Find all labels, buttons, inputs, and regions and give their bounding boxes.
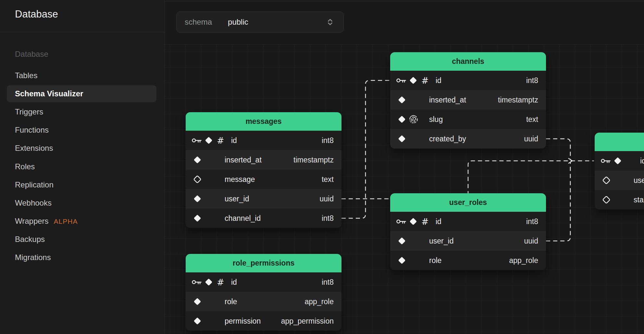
table-title: channels [452, 57, 484, 66]
diamond-icon [397, 256, 406, 265]
sidebar-item-extensions[interactable]: Extensions [15, 144, 53, 153]
table-row-id: #idint8 [186, 272, 341, 292]
table-row-sta: sta [595, 190, 644, 209]
table-header[interactable]: messages [186, 112, 341, 131]
table-node-role_permissions[interactable]: role_permissions#idint8roleapp_rolepermi… [186, 254, 341, 331]
sidebar-item-label: Triggers [15, 107, 43, 116]
column-name: id [436, 217, 441, 226]
table-row-id: #idint8 [390, 71, 546, 90]
table-header[interactable]: user_roles [390, 193, 546, 212]
sidebar-item-label: Replication [15, 180, 54, 189]
sidebar-item-triggers[interactable]: Triggers [15, 107, 43, 116]
column-type: int8 [322, 278, 334, 287]
column-type: text [322, 175, 334, 184]
table-row-id: id [595, 151, 644, 171]
primary-key-icon [396, 78, 406, 83]
table-node-messages[interactable]: messages#idint8inserted_attimestamptzmes… [186, 112, 341, 228]
sidebar-item-migrations[interactable]: Migrations [15, 253, 51, 262]
column-type: app_role [304, 297, 334, 306]
primary-key-icon [601, 158, 611, 164]
table-row-permission: permissionapp_permission [186, 311, 341, 331]
table-node-users-partial[interactable]: idusesta [595, 133, 644, 209]
primary-key-icon [396, 219, 406, 224]
identity-hash-icon: # [217, 136, 224, 146]
schema-select[interactable]: schema public [176, 11, 344, 33]
column-type: int8 [322, 136, 334, 145]
column-type: uuid [524, 237, 538, 245]
table-header[interactable]: role_permissions [186, 254, 341, 272]
sidebar-item-label: Schema Visualizer [15, 89, 83, 98]
column-name: inserted_at [429, 96, 466, 104]
diamond-icon [397, 236, 406, 245]
table-row-channel_id: channel_idint8 [186, 209, 341, 228]
sidebar-item-webhooks[interactable]: Webhooks [15, 198, 52, 208]
nullable-diamond-icon [193, 175, 202, 184]
sidebar-item-roles[interactable]: Roles [15, 162, 35, 171]
column-type: timestamptz [293, 156, 334, 164]
column-type: uuid [320, 195, 334, 203]
sidebar-item-tables[interactable]: Tables [15, 71, 37, 80]
sidebar-item-label: Extensions [15, 144, 53, 152]
nullable-diamond-icon [602, 195, 611, 204]
diamond-icon [193, 316, 202, 326]
table-row-use: use [595, 171, 644, 190]
table-title: user_roles [449, 198, 487, 207]
column-type: int8 [526, 217, 538, 226]
column-name: channel_id [225, 214, 261, 223]
table-title: messages [245, 117, 281, 126]
column-name: role [429, 256, 441, 265]
diamond-icon [193, 155, 202, 164]
table-row-message: messagetext [186, 170, 341, 189]
table-header[interactable]: channels [390, 52, 546, 71]
diamond-icon [193, 194, 202, 203]
column-type: uuid [524, 135, 538, 143]
diamond-icon [409, 217, 418, 226]
sidebar-item-replication[interactable]: Replication [15, 180, 54, 189]
primary-key-icon [192, 280, 202, 285]
column-name: permission [225, 317, 261, 326]
column-type: text [526, 115, 538, 124]
diamond-icon [409, 76, 418, 85]
sidebar-item-backups[interactable]: Backups [15, 235, 45, 244]
column-name: role [225, 297, 237, 306]
column-name: id [231, 278, 237, 287]
table-row-inserted_at: inserted_attimestamptz [186, 150, 341, 170]
table-header[interactable] [595, 133, 644, 151]
table-node-channels[interactable]: channels#idint8inserted_attimestamptzslu… [390, 52, 546, 149]
table-row-slug: slugtext [390, 110, 546, 129]
column-type: int8 [322, 214, 334, 223]
table-row-role: roleapp_role [390, 251, 546, 270]
sidebar-item-label: Backups [15, 235, 45, 244]
diamond-icon [613, 156, 622, 165]
diamond-icon [204, 136, 213, 145]
sidebar-item-wrappers[interactable]: WrappersALPHA [15, 217, 78, 226]
diamond-icon [204, 278, 213, 287]
column-name: user_id [225, 195, 249, 203]
sidebar-item-functions[interactable]: Functions [15, 125, 49, 135]
chevron-up-down-icon [326, 18, 334, 26]
column-name: sta [634, 196, 644, 204]
schema-select-label: schema [185, 18, 212, 27]
sidebar-divider [0, 32, 165, 32]
table-title: role_permissions [233, 259, 294, 268]
sidebar-title: Database [15, 8, 58, 20]
table-node-user_roles[interactable]: user_roles#idint8user_iduuidroleapp_role [390, 193, 546, 270]
column-name: inserted_at [225, 156, 262, 164]
column-type: app_permission [281, 317, 334, 326]
diamond-icon [193, 214, 202, 223]
unique-fingerprint-icon [409, 115, 418, 124]
primary-key-icon [192, 138, 202, 143]
alpha-badge: ALPHA [54, 218, 78, 225]
table-row-id: #idint8 [186, 131, 341, 150]
diamond-icon [397, 115, 406, 124]
sidebar-section-label: Database [15, 50, 48, 59]
sidebar-item-label: Database [15, 50, 48, 58]
table-row-id: #idint8 [390, 212, 546, 231]
main-top-border [165, 1, 644, 1]
column-name: use [634, 176, 644, 185]
sidebar-item-label: Wrappers [15, 217, 49, 225]
column-name: id [436, 76, 441, 85]
sidebar-item-schema-visualizer[interactable]: Schema Visualizer [15, 89, 83, 98]
table-row-user_id: user_iduuid [390, 231, 546, 251]
diamond-icon [397, 134, 406, 143]
